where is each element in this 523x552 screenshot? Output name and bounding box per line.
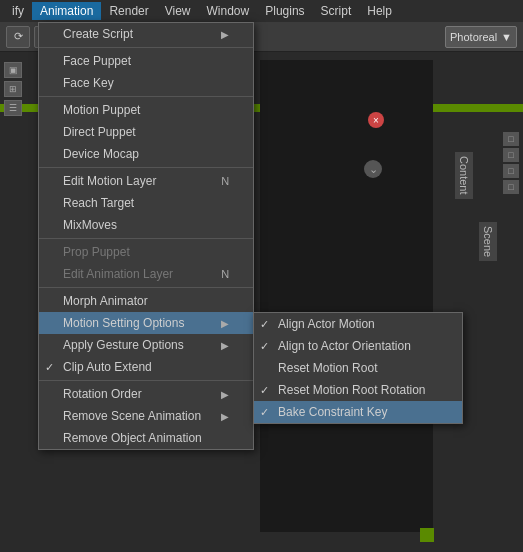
remove-object-animation-label: Remove Object Animation xyxy=(63,431,202,445)
menu-item-morph-animator[interactable]: Morph Animator xyxy=(39,290,253,312)
bake-constraint-key-check-icon: ✓ xyxy=(260,406,269,419)
menubar-item-render[interactable]: Render xyxy=(101,2,156,20)
right-icon-3[interactable]: □ xyxy=(503,164,519,178)
menu-item-direct-puppet[interactable]: Direct Puppet xyxy=(39,121,253,143)
reach-target-label: Reach Target xyxy=(63,196,134,210)
toolbar-btn-1[interactable]: ⟳ xyxy=(6,26,30,48)
apply-gesture-options-arrow-icon: ▶ xyxy=(201,340,229,351)
clip-auto-extend-check-icon: ✓ xyxy=(45,361,54,374)
animation-dropdown-menu: Create Script ▶ Face Puppet Face Key Mot… xyxy=(38,22,254,450)
menu-item-rotation-order[interactable]: Rotation Order ▶ xyxy=(39,383,253,405)
menu-item-remove-object-animation[interactable]: Remove Object Animation xyxy=(39,427,253,449)
right-icon-2[interactable]: □ xyxy=(503,148,519,162)
photoreal-dropdown[interactable]: Photoreal ▼ xyxy=(445,26,517,48)
menubar: ify Animation Render View Window Plugins… xyxy=(0,0,523,22)
align-actor-motion-label: Align Actor Motion xyxy=(278,317,375,331)
reset-motion-root-rotation-label: Reset Motion Root Rotation xyxy=(278,383,425,397)
motion-setting-options-label: Motion Setting Options xyxy=(63,316,184,330)
menu-item-create-script[interactable]: Create Script ▶ xyxy=(39,23,253,45)
close-button[interactable]: × xyxy=(368,112,384,128)
menu-item-edit-animation-layer: Edit Animation Layer N xyxy=(39,263,253,285)
separator-5 xyxy=(39,287,253,288)
align-to-actor-orientation-check-icon: ✓ xyxy=(260,340,269,353)
menu-item-motion-puppet[interactable]: Motion Puppet xyxy=(39,99,253,121)
menu-item-face-key[interactable]: Face Key xyxy=(39,72,253,94)
face-key-label: Face Key xyxy=(63,76,114,90)
create-script-label: Create Script xyxy=(63,27,133,41)
reset-motion-root-rotation-check-icon: ✓ xyxy=(260,384,269,397)
submenu-item-bake-constraint-key[interactable]: ✓ Bake Constraint Key xyxy=(254,401,462,423)
apply-gesture-options-label: Apply Gesture Options xyxy=(63,338,184,352)
right-icons: □ □ □ □ xyxy=(503,132,519,194)
prop-puppet-label: Prop Puppet xyxy=(63,245,130,259)
menubar-item-animation[interactable]: Animation xyxy=(32,2,101,20)
separator-4 xyxy=(39,238,253,239)
remove-scene-animation-arrow-icon: ▶ xyxy=(201,411,229,422)
panel-icon-3[interactable]: ☰ xyxy=(4,100,22,116)
motion-puppet-label: Motion Puppet xyxy=(63,103,140,117)
bake-constraint-key-label: Bake Constraint Key xyxy=(278,405,387,419)
panel-icon-1[interactable]: ▣ xyxy=(4,62,22,78)
motion-setting-options-arrow-icon: ▶ xyxy=(201,318,229,329)
menu-item-motion-setting-options[interactable]: Motion Setting Options ▶ ✓ Align Actor M… xyxy=(39,312,253,334)
reset-motion-root-label: Reset Motion Root xyxy=(278,361,377,375)
menu-item-edit-motion-layer[interactable]: Edit Motion Layer N xyxy=(39,170,253,192)
mixmoves-label: MixMoves xyxy=(63,218,117,232)
viewport xyxy=(260,60,433,532)
menubar-item-ify[interactable]: ify xyxy=(4,2,32,20)
separator-1 xyxy=(39,47,253,48)
content-label: Content xyxy=(455,152,473,199)
morph-animator-label: Morph Animator xyxy=(63,294,148,308)
right-icon-4[interactable]: □ xyxy=(503,180,519,194)
left-panel: ▣ ⊞ ☰ xyxy=(4,62,22,116)
submenu-item-reset-motion-root[interactable]: Reset Motion Root xyxy=(254,357,462,379)
menu-item-reach-target[interactable]: Reach Target xyxy=(39,192,253,214)
direct-puppet-label: Direct Puppet xyxy=(63,125,136,139)
edit-animation-layer-label: Edit Animation Layer xyxy=(63,267,173,281)
menu-item-mixmoves[interactable]: MixMoves xyxy=(39,214,253,236)
menubar-item-view[interactable]: View xyxy=(157,2,199,20)
align-actor-motion-check-icon: ✓ xyxy=(260,318,269,331)
dropdown-arrow-icon: ▼ xyxy=(501,31,512,43)
bottom-indicator xyxy=(420,528,434,542)
menu-item-clip-auto-extend[interactable]: ✓ Clip Auto Extend xyxy=(39,356,253,378)
menu-item-device-mocap[interactable]: Device Mocap xyxy=(39,143,253,165)
edit-motion-layer-label: Edit Motion Layer xyxy=(63,174,156,188)
submenu-item-reset-motion-root-rotation[interactable]: ✓ Reset Motion Root Rotation xyxy=(254,379,462,401)
align-to-actor-orientation-label: Align to Actor Orientation xyxy=(278,339,411,353)
rotation-order-arrow-icon: ▶ xyxy=(201,389,229,400)
menubar-item-script[interactable]: Script xyxy=(313,2,360,20)
motion-setting-submenu: ✓ Align Actor Motion ✓ Align to Actor Or… xyxy=(253,312,463,424)
menubar-item-window[interactable]: Window xyxy=(199,2,258,20)
edit-animation-layer-shortcut: N xyxy=(201,268,229,280)
expand-button[interactable]: ⌄ xyxy=(364,160,382,178)
separator-6 xyxy=(39,380,253,381)
face-puppet-label: Face Puppet xyxy=(63,54,131,68)
menu-item-apply-gesture-options[interactable]: Apply Gesture Options ▶ xyxy=(39,334,253,356)
separator-2 xyxy=(39,96,253,97)
menubar-item-plugins[interactable]: Plugins xyxy=(257,2,312,20)
clip-auto-extend-label: Clip Auto Extend xyxy=(63,360,152,374)
remove-scene-animation-label: Remove Scene Animation xyxy=(63,409,201,423)
submenu-item-align-to-actor-orientation[interactable]: ✓ Align to Actor Orientation xyxy=(254,335,462,357)
menu-item-face-puppet[interactable]: Face Puppet xyxy=(39,50,253,72)
panel-icon-2[interactable]: ⊞ xyxy=(4,81,22,97)
menu-item-prop-puppet: Prop Puppet xyxy=(39,241,253,263)
menu-item-remove-scene-animation[interactable]: Remove Scene Animation ▶ xyxy=(39,405,253,427)
photoreal-label: Photoreal xyxy=(450,31,497,43)
separator-3 xyxy=(39,167,253,168)
right-icon-1[interactable]: □ xyxy=(503,132,519,146)
create-script-arrow-icon: ▶ xyxy=(201,29,229,40)
device-mocap-label: Device Mocap xyxy=(63,147,139,161)
menubar-item-help[interactable]: Help xyxy=(359,2,400,20)
scene-label: Scene xyxy=(479,222,497,261)
submenu-item-align-actor-motion[interactable]: ✓ Align Actor Motion xyxy=(254,313,462,335)
rotation-order-label: Rotation Order xyxy=(63,387,142,401)
edit-motion-layer-shortcut: N xyxy=(201,175,229,187)
